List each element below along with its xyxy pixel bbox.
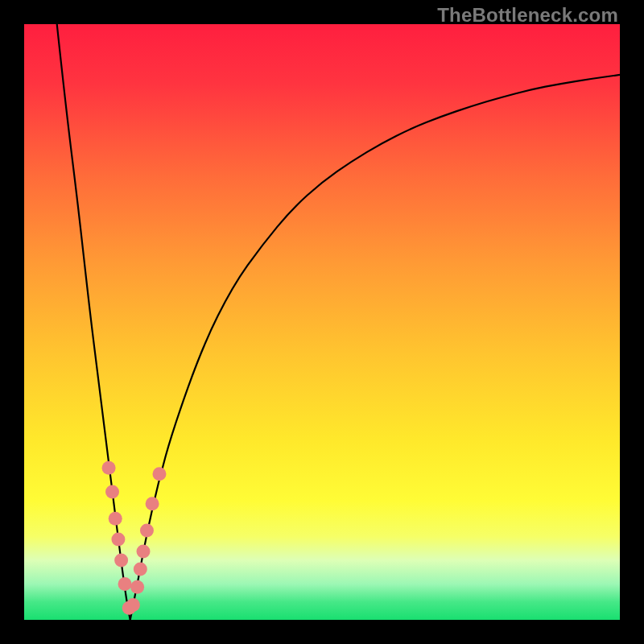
watermark-text: TheBottleneck.com	[437, 4, 618, 27]
data-marker	[111, 533, 125, 547]
data-marker	[102, 461, 116, 475]
chart-container: TheBottleneck.com	[0, 0, 644, 644]
data-marker	[140, 524, 154, 538]
data-marker	[130, 580, 144, 594]
gradient-background	[24, 24, 620, 620]
data-marker	[114, 554, 128, 568]
data-marker	[146, 497, 159, 510]
data-marker	[137, 544, 151, 558]
data-marker	[109, 512, 122, 526]
data-marker	[105, 485, 119, 498]
data-marker	[152, 467, 166, 481]
bottleneck-chart	[24, 24, 620, 620]
data-marker	[126, 598, 140, 612]
data-marker	[134, 563, 147, 576]
data-marker	[118, 577, 132, 591]
